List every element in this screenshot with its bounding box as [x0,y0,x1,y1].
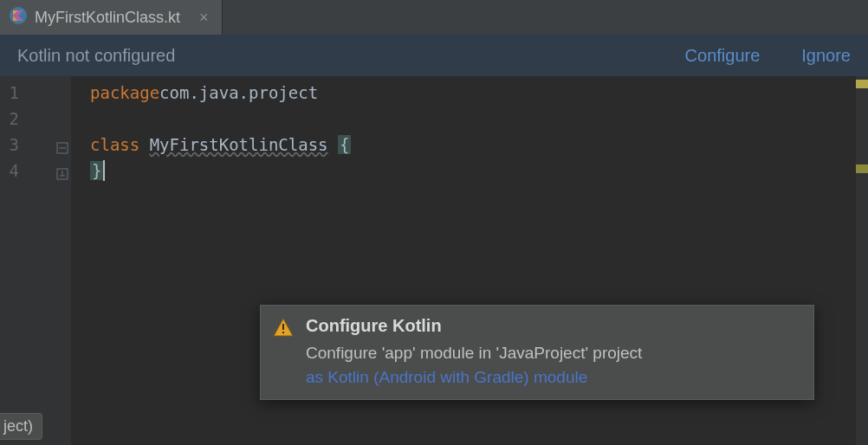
svg-rect-7 [282,332,284,333]
tab-filename: MyFirstKotlinClass.kt [35,9,180,27]
class-name: MyFirstKotlinClass [150,135,328,154]
gutter-line: 4 [0,158,71,184]
kotlin-file-icon [9,6,28,29]
keyword: class [90,135,139,154]
file-tab[interactable]: MyFirstKotlinClass.kt × [0,0,223,35]
text-caret [103,160,105,181]
close-icon[interactable]: × [199,9,209,27]
intention-popup[interactable]: Configure Kotlin Configure 'app' module … [260,305,814,400]
brace-close: } [90,161,103,180]
notification-actions: Configure Ignore [685,46,851,66]
configure-link[interactable]: Configure [685,46,761,66]
gutter-line: 2 [0,106,71,132]
keyword: package [90,83,159,102]
code-line: class MyFirstKotlinClass { [71,132,868,158]
fold-end-icon[interactable] [56,164,68,177]
package-name: com.java.project [159,83,318,102]
intention-text: Configure Kotlin Configure 'app' module … [306,316,801,389]
fold-collapse-icon[interactable] [56,139,68,151]
gutter: 1 2 3 4 [0,76,71,445]
ignore-link[interactable]: Ignore [801,46,851,66]
error-stripe [856,76,868,445]
intention-description: Configure 'app' module in 'JavaProject' … [306,341,801,365]
notification-message: Kotlin not configured [17,46,175,66]
truncated-popup-fragment: ject) [0,413,42,440]
brace-open: { [338,135,351,154]
intention-action-link[interactable]: as Kotlin (Android with Gradle) module [306,365,801,390]
svg-rect-6 [282,324,284,330]
gutter-line: 1 [0,80,71,106]
gutter-line: 3 [0,132,71,158]
notification-bar: Kotlin not configured Configure Ignore [0,35,868,76]
code-line [71,106,868,132]
warning-marker[interactable] [856,164,868,173]
code-line: package com.java.project [71,80,868,106]
warning-icon [273,318,294,389]
warning-marker[interactable] [856,80,868,88]
code-line: } [71,158,868,184]
intention-title: Configure Kotlin [306,316,801,336]
tab-bar: MyFirstKotlinClass.kt × [0,0,868,35]
